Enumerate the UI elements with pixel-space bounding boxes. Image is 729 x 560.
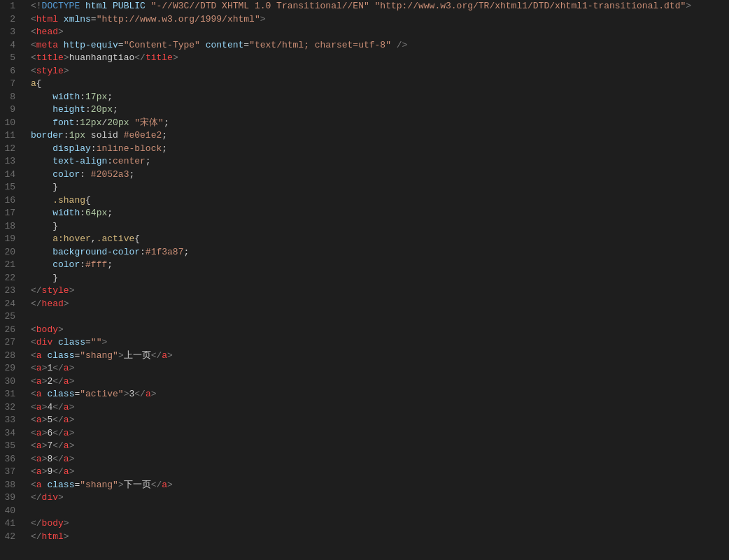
code-line-18: } (31, 220, 729, 234)
ln-21: 21 (0, 259, 20, 272)
code-line-1: <!DOCTYPE html PUBLIC "-//W3C//DTD XHTML… (31, 0, 729, 13)
ln-23: 23 (0, 285, 20, 298)
ln-12: 12 (0, 143, 20, 156)
ln-14: 14 (0, 168, 20, 182)
code-line-20: background-color:#1f3a87; (31, 246, 729, 259)
code-line-9: height:20px; (31, 103, 729, 117)
code-line-29: <a>1</a> (31, 362, 729, 375)
ln-20: 20 (0, 246, 20, 259)
code-line-11: border:1px solid #e0e1e2; (31, 129, 729, 143)
code-line-16: .shang{ (31, 194, 729, 208)
code-line-19: a:hover,.active{ (31, 233, 729, 246)
code-line-36: <a>8</a> (31, 453, 729, 466)
code-line-30: <a>2</a> (31, 375, 729, 389)
code-line-3: <head> (31, 26, 729, 39)
editor-container: 1 2 3 4 5 6 7 8 9 10 11 12 13 14 15 16 1… (0, 0, 729, 560)
ln-42: 42 (0, 531, 20, 544)
code-line-35: <a>7</a> (31, 440, 729, 453)
code-area[interactable]: <!DOCTYPE html PUBLIC "-//W3C//DTD XHTML… (25, 0, 729, 560)
ln-3: 3 (0, 26, 20, 39)
ln-17: 17 (0, 207, 20, 220)
line-numbers: 1 2 3 4 5 6 7 8 9 10 11 12 13 14 15 16 1… (0, 0, 25, 560)
code-line-27: <div class=""> (31, 336, 729, 350)
ln-25: 25 (0, 310, 20, 324)
ln-10: 10 (0, 117, 20, 130)
ln-2: 2 (0, 13, 20, 27)
ln-5: 5 (0, 52, 20, 65)
ln-41: 41 (0, 517, 20, 531)
ln-29: 29 (0, 362, 20, 375)
ln-7: 7 (0, 78, 20, 91)
ln-15: 15 (0, 181, 20, 194)
code-line-6: <style> (31, 65, 729, 78)
ln-24: 24 (0, 298, 20, 311)
code-line-28: <a class="shang">上一页</a> (31, 350, 729, 363)
code-line-12: display:inline-block; (31, 143, 729, 156)
code-line-39: </div> (31, 491, 729, 505)
code-line-34: <a>6</a> (31, 427, 729, 440)
ln-39: 39 (0, 491, 20, 505)
code-line-7: a{ (31, 78, 729, 91)
ln-9: 9 (0, 103, 20, 117)
ln-18: 18 (0, 220, 20, 234)
ln-33: 33 (0, 414, 20, 427)
code-line-22: } (31, 272, 729, 285)
ln-13: 13 (0, 155, 20, 168)
code-line-32: <a>4</a> (31, 401, 729, 415)
ln-22: 22 (0, 272, 20, 285)
code-line-23: </style> (31, 285, 729, 298)
ln-31: 31 (0, 388, 20, 401)
code-line-8: width:17px; (31, 91, 729, 104)
code-line-14: color: #2052a3; (31, 168, 729, 182)
code-line-41: </body> (31, 517, 729, 531)
code-line-25 (31, 310, 729, 324)
code-line-17: width:64px; (31, 207, 729, 220)
code-line-40 (31, 505, 729, 518)
code-line-5: <title>huanhangtiao</title> (31, 52, 729, 65)
code-line-2: <html xmlns="http://www.w3.org/1999/xhtm… (31, 13, 729, 27)
code-line-37: <a>9</a> (31, 466, 729, 479)
ln-1: 1 (0, 0, 20, 13)
code-line-24: </head> (31, 298, 729, 311)
ln-4: 4 (0, 39, 20, 52)
ln-34: 34 (0, 427, 20, 440)
ln-30: 30 (0, 375, 20, 389)
ln-36: 36 (0, 453, 20, 466)
code-line-13: text-align:center; (31, 155, 729, 168)
ln-28: 28 (0, 350, 20, 363)
code-line-33: <a>5</a> (31, 414, 729, 427)
code-line-21: color:#fff; (31, 259, 729, 272)
ln-32: 32 (0, 401, 20, 415)
code-line-4: <meta http-equiv="Content-Type" content=… (31, 39, 729, 52)
code-line-26: <body> (31, 324, 729, 337)
ln-38: 38 (0, 479, 20, 492)
code-line-31: <a class="active">3</a> (31, 388, 729, 401)
ln-37: 37 (0, 466, 20, 479)
ln-26: 26 (0, 324, 20, 337)
code-line-15: } (31, 181, 729, 194)
ln-27: 27 (0, 336, 20, 350)
code-line-38: <a class="shang">下一页</a> (31, 479, 729, 492)
ln-40: 40 (0, 505, 20, 518)
ln-11: 11 (0, 129, 20, 143)
ln-16: 16 (0, 194, 20, 208)
ln-8: 8 (0, 91, 20, 104)
ln-6: 6 (0, 65, 20, 78)
ln-19: 19 (0, 233, 20, 246)
code-line-10: font:12px/20px "宋体"; (31, 117, 729, 130)
code-line-42: </html> (31, 531, 729, 544)
ln-35: 35 (0, 440, 20, 453)
